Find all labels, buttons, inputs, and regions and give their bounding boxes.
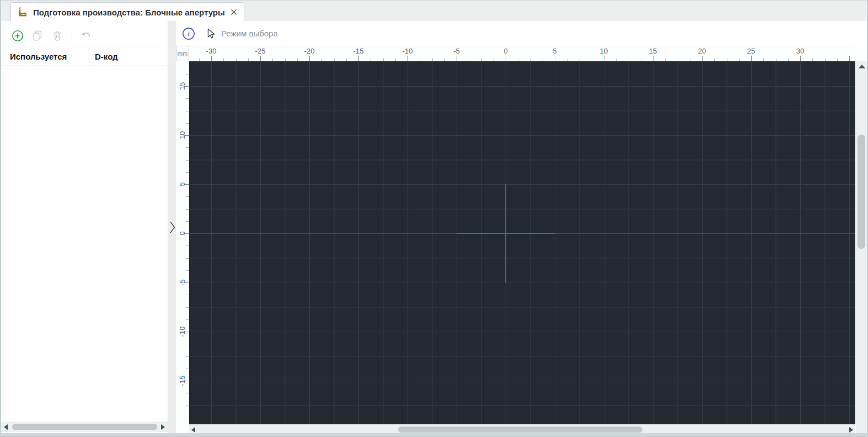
origin-crosshair-vertical	[505, 184, 506, 283]
panel-splitter[interactable]	[168, 21, 176, 435]
info-button[interactable]: i	[181, 26, 196, 41]
vertical-ruler: -15-10-5051015	[176, 61, 189, 424]
svg-text:i: i	[187, 29, 190, 38]
v-ruler-label: 10	[178, 131, 186, 139]
chevron-right-icon	[169, 220, 176, 235]
h-ruler-label: 20	[698, 47, 706, 55]
h-ruler-label: -5	[453, 47, 460, 55]
scrollbar-thumb[interactable]	[12, 424, 157, 430]
close-icon[interactable]	[230, 7, 238, 17]
h-ruler-label: -30	[206, 47, 217, 55]
h-ruler-label: -20	[304, 47, 315, 55]
app-window: Подготовка производства: Блочные апертур…	[0, 0, 868, 437]
selection-mode-label: Режим выбора	[221, 29, 278, 38]
apertures-panel: Используется D-код	[1, 21, 168, 435]
design-canvas[interactable]	[189, 61, 855, 424]
factory-icon	[17, 6, 28, 18]
h-ruler-label: -15	[353, 47, 364, 55]
trash-icon	[51, 30, 63, 42]
copy-icon	[31, 30, 44, 42]
scrollbar-thumb[interactable]	[858, 135, 865, 249]
column-header-used: Используется	[1, 47, 89, 66]
tab-production-preparation[interactable]: Подготовка производства: Блочные апертур…	[10, 2, 244, 22]
apertures-table-header: Используется D-код	[1, 47, 168, 66]
canvas-toolbar: i Режим выбора	[176, 21, 867, 46]
apertures-table-body[interactable]	[1, 66, 168, 422]
scroll-left-arrow-icon[interactable]	[4, 424, 8, 430]
h-ruler-label: -10	[403, 47, 413, 55]
v-ruler-label: 0	[178, 231, 186, 235]
v-ruler-label: 5	[178, 182, 186, 186]
scroll-right-arrow-icon[interactable]	[161, 424, 165, 430]
tab-title: Подготовка производства: Блочные апертур…	[33, 8, 225, 17]
toolbar-separator	[72, 30, 72, 42]
horizontal-ruler: -30-25-20-15-10-5051015202530	[189, 46, 855, 62]
column-header-dcode: D-код	[89, 47, 168, 66]
undo-button[interactable]	[80, 29, 93, 42]
scroll-up-arrow-icon[interactable]	[859, 65, 865, 68]
window-bottom-edge	[1, 433, 867, 436]
apertures-toolbar	[1, 25, 168, 46]
v-ruler-label: -5	[178, 279, 186, 286]
delete-aperture-button[interactable]	[51, 29, 64, 42]
h-ruler-label: 25	[747, 47, 755, 55]
h-ruler-label: 15	[649, 47, 657, 55]
tab-bar: Подготовка производства: Блочные апертур…	[1, 1, 867, 22]
cursor-icon	[205, 27, 217, 40]
scroll-left-arrow-icon[interactable]	[191, 427, 195, 433]
scroll-right-arrow-icon[interactable]	[849, 427, 853, 433]
h-ruler-label: 0	[503, 47, 507, 55]
add-aperture-button[interactable]	[11, 29, 24, 42]
scrollbar-thumb[interactable]	[398, 427, 642, 433]
apertures-horizontal-scrollbar[interactable]	[1, 422, 168, 432]
undo-icon	[81, 30, 93, 42]
v-ruler-label: -10	[178, 327, 186, 337]
h-ruler-label: 5	[553, 47, 556, 55]
h-ruler-label: -25	[255, 47, 266, 55]
h-ruler-label: 30	[796, 47, 804, 55]
canvas-vertical-scrollbar[interactable]	[856, 61, 867, 435]
info-icon: i	[182, 27, 195, 40]
selection-mode-button[interactable]	[203, 26, 218, 41]
v-ruler-label: -15	[178, 376, 186, 386]
copy-aperture-button[interactable]	[31, 29, 44, 42]
plus-circle-icon	[12, 30, 24, 42]
h-ruler-label: 10	[600, 47, 608, 55]
ruler-unit-box: mm	[176, 46, 189, 61]
v-ruler-label: 15	[178, 82, 186, 90]
